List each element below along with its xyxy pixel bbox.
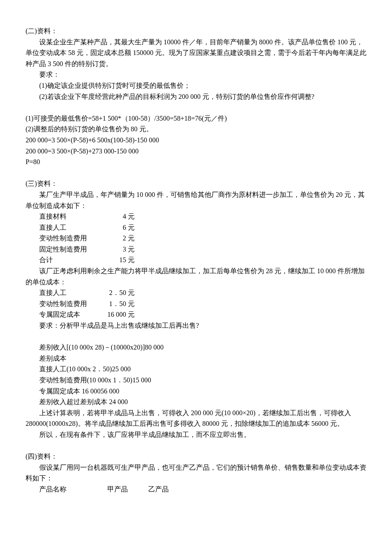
section-3-intro: 某厂生产甲半成品，年产销量为 10 000 件，可销售给其他厂商作为原材料进一步… xyxy=(26,189,366,211)
cost-label: 直接人工 xyxy=(39,222,107,233)
section-2-title: (二)资料： xyxy=(26,26,366,37)
section-2-req-2: (2)若该企业下年度经营此种产品的目标利润为 200 000 元，特别订货的单位… xyxy=(26,91,366,102)
cost2-row: 直接人工 2．50 元 xyxy=(26,287,366,298)
cost-label: 合计 xyxy=(39,254,107,266)
section-3-a5: 专属固定成本 16 00056 000 xyxy=(26,386,366,397)
product-col-a: 甲产品 xyxy=(107,484,148,495)
section-4-intro: 假设某厂用同一台机器既可生产甲产品，也可生产乙产品，它们的预计销售单价、销售数量… xyxy=(26,462,366,484)
section-3-req: 要求：分析甲半成品是马上出售或继续加工后再出售? xyxy=(26,320,366,331)
cost-val: 6 元 xyxy=(107,222,135,233)
cost-label: 直接人工 xyxy=(39,287,107,298)
section-2-req-1: (1)确定该企业提供特别订货时可接受的最低售价； xyxy=(26,80,366,91)
section-2-ans-1: (1)可接受的最低售价=58+1 500*（100-58）/3500=58+18… xyxy=(26,113,366,124)
section-3-a4: 变动性制造费用(10 000x 1．50)15 000 xyxy=(26,375,366,386)
cost1-row: 直接材料 4 元 xyxy=(26,211,366,222)
cost-label: 变动性制造费用 xyxy=(39,298,107,309)
section-3-a7: 上述计算表明，若将甲半成品马上出售，可得收入 200 000 元(10 000×… xyxy=(26,408,366,429)
cost-val: 2．50 元 xyxy=(107,287,135,298)
section-3-a3: 直接人工(10 000x 2．50)25 000 xyxy=(26,364,366,375)
cost-val: 16 000 元 xyxy=(107,309,135,320)
section-3-p2: 该厂正考虑利用剩余之生产能力将甲半成品继续加工，加工后每单位售价为 28 元，继… xyxy=(26,266,366,287)
cost-label: 变动性制造费用 xyxy=(39,233,107,244)
cost-val: 3 元 xyxy=(107,244,135,255)
product-col-b: 乙产品 xyxy=(148,484,189,495)
product-col-name: 产品名称 xyxy=(39,484,107,495)
section-2-ans-5: P=80 xyxy=(26,156,366,168)
cost1-row: 合计 15 元 xyxy=(26,254,366,266)
section-3-a8: 所以，在现有条件下，该厂应将甲半成品继续加工，而不应立即出售。 xyxy=(26,429,366,440)
section-3-a6: 差别收入超过差别成本 24 000 xyxy=(26,396,366,408)
cost-val: 2 元 xyxy=(107,233,135,244)
cost-label: 专属固定成本 xyxy=(39,309,107,320)
cost2-row: 专属固定成本 16 000 元 xyxy=(26,309,366,320)
section-2-intro: 设某企业生产某种产品，其最大生产量为 10000 件／年，目前年产销量为 800… xyxy=(26,37,366,69)
cost-label: 直接材料 xyxy=(39,211,107,222)
cost-val: 1．50 元 xyxy=(107,298,135,309)
section-2-ans-4: 200 000=3 500×(P-58)+273 000-150 000 xyxy=(26,146,366,157)
cost-label: 固定性制造费用 xyxy=(39,244,107,255)
cost1-row: 变动性制造费用 2 元 xyxy=(26,233,366,244)
section-3-title: (三)资料： xyxy=(26,178,366,189)
product-header: 产品名称 甲产品 乙产品 xyxy=(26,484,366,495)
cost-val: 15 元 xyxy=(107,254,135,266)
section-3-a1: 差别收入[(10 000x 28)－(10000x20)]80 000 xyxy=(26,342,366,353)
cost1-row: 固定性制造费用 3 元 xyxy=(26,244,366,255)
section-3-a2: 差别成本 xyxy=(26,353,366,364)
cost2-row: 变动性制造费用 1．50 元 xyxy=(26,298,366,309)
cost-val: 4 元 xyxy=(107,211,135,222)
section-4-title: (四)资料： xyxy=(26,451,366,462)
section-2-req-label: 要求： xyxy=(26,69,366,80)
section-2-ans-2: (2)调整后的特别订货的单位售价为 80 元。 xyxy=(26,124,366,135)
section-2-ans-3: 200 000=3 500×(P-58)+6 500x(100-58)-150 … xyxy=(26,135,366,146)
cost1-row: 直接人工 6 元 xyxy=(26,222,366,233)
